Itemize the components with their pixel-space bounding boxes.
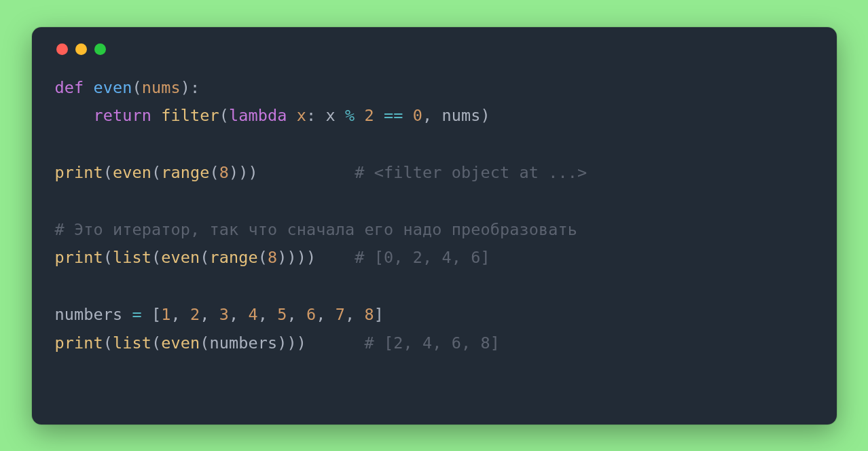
punct: , [345, 305, 365, 324]
call-list: list [113, 333, 151, 353]
punct: ( [151, 333, 161, 353]
keyword-return: return [94, 106, 162, 125]
punct: ( [200, 333, 209, 353]
number: 7 [336, 305, 345, 324]
padding [306, 333, 365, 353]
punct: ( [200, 248, 209, 267]
punct: , [287, 305, 307, 324]
call-even: even [161, 248, 200, 267]
call-range: range [210, 248, 258, 267]
punct: ( [210, 163, 219, 182]
padding [316, 248, 355, 267]
var-x: x [326, 106, 346, 125]
punct: ( [103, 248, 113, 267]
punct: ))) [229, 163, 258, 182]
maximize-icon[interactable] [94, 43, 106, 55]
comment: # [0, 2, 4, 6] [355, 248, 490, 267]
call-list: list [113, 248, 151, 267]
punct: , [422, 106, 442, 125]
comment: # <filter object at ...> [355, 163, 587, 182]
call-print: print [55, 333, 103, 353]
number: 8 [219, 163, 229, 182]
punct: , [258, 305, 278, 324]
number: 1 [161, 305, 170, 324]
var-numbers: numbers [55, 305, 132, 324]
number: 2 [190, 305, 200, 324]
param-x: x [297, 106, 306, 125]
param: nums [142, 78, 181, 97]
code-window: def even(nums): return filter(lambda x: … [32, 27, 837, 425]
arg-nums: nums [442, 106, 481, 125]
comment: # [2, 4, 6, 8] [365, 333, 500, 353]
call-even: even [113, 163, 151, 182]
punct: ( [151, 248, 161, 267]
operator-eq: == [384, 106, 413, 125]
punct: ))) [277, 333, 306, 353]
punct: , [229, 305, 249, 324]
number: 2 [365, 106, 384, 125]
punct: : [306, 106, 326, 125]
operator-mod: % [345, 106, 365, 125]
call-range: range [161, 163, 209, 182]
call-print: print [55, 248, 103, 267]
keyword-def: def [55, 78, 94, 97]
number: 6 [306, 305, 316, 324]
punct: , [316, 305, 336, 324]
punct: ( [219, 106, 229, 125]
punct: ): [181, 78, 200, 97]
keyword-lambda: lambda [229, 106, 297, 125]
punct: ) [481, 106, 490, 125]
number: 3 [219, 305, 229, 324]
comment: # Это итератор, так что сначала его надо… [55, 220, 577, 239]
number: 8 [365, 305, 374, 324]
call-print: print [55, 163, 103, 182]
indent [55, 106, 94, 125]
punct: ] [374, 305, 384, 324]
minimize-icon[interactable] [75, 43, 87, 55]
punct: , [171, 305, 191, 324]
punct: [ [151, 305, 161, 324]
punct: ( [103, 163, 113, 182]
traffic-lights [55, 43, 814, 55]
call-filter: filter [161, 106, 219, 125]
code-block: def even(nums): return filter(lambda x: … [55, 74, 814, 358]
number: 0 [413, 106, 422, 125]
punct: ( [103, 333, 113, 353]
punct: )))) [277, 248, 316, 267]
close-icon[interactable] [56, 43, 68, 55]
call-even: even [161, 333, 200, 353]
punct: ( [151, 163, 161, 182]
arg-numbers: numbers [210, 333, 278, 353]
func-name: even [94, 78, 132, 97]
number: 4 [249, 305, 258, 324]
punct: , [200, 305, 219, 324]
punct: ( [132, 78, 142, 97]
number: 5 [277, 305, 287, 324]
number: 8 [268, 248, 277, 267]
punct: ( [258, 248, 268, 267]
operator-assign: = [132, 305, 152, 324]
padding [258, 163, 355, 182]
